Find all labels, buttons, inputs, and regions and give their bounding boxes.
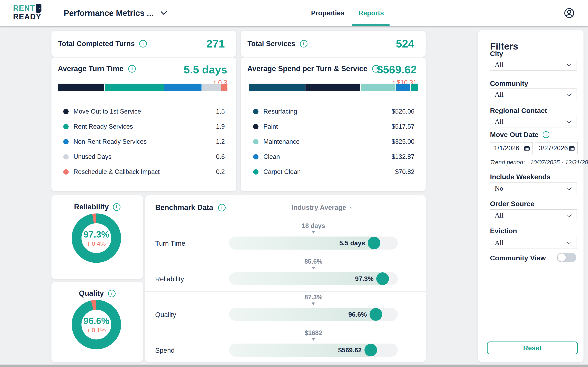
reliability-title: Reliability bbox=[74, 203, 109, 211]
benchmark-value-dot[interactable] bbox=[364, 344, 377, 356]
benchmark-title: Benchmark Data bbox=[155, 203, 213, 212]
average-spend-card: Average Spend per Turn & Servicei $569.6… bbox=[241, 58, 426, 191]
logo-text-ready: READY bbox=[13, 13, 42, 21]
total-services-title: Total Services bbox=[247, 40, 295, 48]
benchmark-target-marker bbox=[311, 267, 315, 269]
average-turn-time-card: Average Turn Timei 5.5 days ↑ 0.3 Move O… bbox=[52, 58, 236, 191]
legend-color-dot bbox=[253, 109, 259, 114]
legend-label: Resurfacing bbox=[263, 108, 297, 115]
legend-color-dot bbox=[63, 139, 69, 144]
total-completed-turns-title: Total Completed Turns bbox=[58, 40, 135, 48]
include-weekends-label: Include Weekends bbox=[490, 173, 550, 181]
toggle-knob bbox=[558, 253, 566, 262]
benchmark-value-dot[interactable] bbox=[370, 308, 382, 321]
info-icon[interactable]: i bbox=[543, 131, 549, 138]
benchmark-row: Spend$1682$569.62 bbox=[145, 327, 426, 363]
bar-segment bbox=[58, 83, 104, 91]
include-weekends-select[interactable]: No bbox=[490, 183, 577, 194]
tab-reports[interactable]: Reports bbox=[357, 0, 385, 26]
info-icon[interactable]: i bbox=[139, 40, 147, 48]
city-select[interactable]: All bbox=[490, 59, 577, 71]
legend-color-dot bbox=[253, 139, 259, 144]
date-from-input[interactable]: 1/1/2026 bbox=[490, 142, 533, 154]
benchmark-row: Turn Time18 days5.5 days bbox=[145, 220, 426, 256]
benchmark-card: Benchmark Datai Industry Average Turn Ti… bbox=[145, 195, 426, 362]
bar-segment bbox=[396, 83, 410, 91]
bar-segment bbox=[360, 83, 396, 91]
active-tab-indicator bbox=[352, 24, 389, 26]
horizontal-scrollbar[interactable] bbox=[0, 365, 588, 367]
average-turn-time-value: 5.5 days bbox=[184, 63, 227, 76]
community-label: Community bbox=[490, 80, 528, 87]
rent-ready-logo[interactable]: RENT READY bbox=[13, 4, 42, 21]
benchmark-track-area: $1682$569.62 bbox=[229, 327, 398, 363]
legend-label: Move Out to 1st Service bbox=[73, 108, 141, 115]
bar-segment bbox=[164, 83, 201, 91]
info-icon[interactable]: i bbox=[300, 40, 307, 48]
benchmark-header: Benchmark Datai Industry Average bbox=[145, 195, 426, 220]
order-source-select[interactable]: All bbox=[490, 209, 577, 221]
chevron-down-icon bbox=[567, 91, 571, 96]
bar-segment bbox=[104, 83, 164, 91]
legend-item: Non-Rent Ready Services1.2 bbox=[63, 134, 225, 149]
city-label: City bbox=[490, 50, 503, 58]
eviction-label: Eviction bbox=[490, 227, 517, 235]
quality-value: 96.6% bbox=[83, 316, 109, 326]
legend-item: Paint$517.57 bbox=[253, 119, 415, 134]
legend-color-dot bbox=[63, 109, 69, 114]
legend-label: Maintenance bbox=[263, 138, 300, 145]
date-to-input[interactable]: 3/27/2026 bbox=[535, 142, 578, 154]
average-spend-title: Average Spend per Turn & Service bbox=[247, 64, 367, 73]
legend-color-dot bbox=[253, 154, 259, 159]
bar-segment bbox=[249, 83, 305, 91]
community-select[interactable]: All bbox=[490, 89, 577, 100]
benchmark-metric-label: Turn Time bbox=[155, 240, 185, 247]
benchmark-track-area: 85.6%97.3% bbox=[229, 256, 398, 291]
average-turn-time-title: Average Turn Time bbox=[58, 64, 123, 73]
legend-item: Maintenance$325.00 bbox=[253, 134, 415, 149]
account-icon[interactable] bbox=[564, 8, 575, 18]
tab-properties[interactable]: Properties bbox=[310, 0, 345, 26]
order-source-value: All bbox=[495, 211, 503, 219]
regional-contact-select[interactable]: All bbox=[490, 116, 577, 127]
legend-value: $70.82 bbox=[395, 168, 415, 175]
date-to-value: 3/27/2026 bbox=[539, 144, 568, 152]
calendar-icon[interactable] bbox=[569, 145, 575, 151]
benchmark-value-dot[interactable] bbox=[368, 237, 380, 249]
average-spend-value: $569.62 bbox=[377, 63, 417, 76]
info-icon[interactable]: i bbox=[108, 290, 116, 297]
benchmark-track-area: 18 days5.5 days bbox=[229, 220, 398, 256]
logo-text-rent: RENT bbox=[13, 4, 35, 12]
chevron-down-icon bbox=[567, 185, 571, 190]
legend-value: 0.6 bbox=[216, 153, 225, 160]
legend-value: 1.5 bbox=[216, 108, 225, 115]
legend-label: Unused Days bbox=[73, 153, 112, 160]
benchmark-rows: Turn Time18 days5.5 daysReliability85.6%… bbox=[145, 220, 426, 363]
legend-item: Rent Ready Services1.9 bbox=[63, 119, 225, 134]
legend-item: Unused Days0.6 bbox=[63, 149, 225, 164]
filters-panel: Filters City All Community All Regional … bbox=[478, 30, 584, 362]
info-icon[interactable]: i bbox=[128, 65, 136, 73]
turn-time-legend: Move Out to 1st Service1.5Rent Ready Ser… bbox=[63, 104, 225, 179]
legend-color-dot bbox=[63, 169, 69, 175]
calendar-icon[interactable] bbox=[524, 145, 530, 151]
info-icon[interactable]: i bbox=[113, 203, 121, 211]
reset-button[interactable]: Reset bbox=[487, 342, 578, 354]
eviction-select[interactable]: All bbox=[490, 237, 577, 249]
benchmark-value-dot[interactable] bbox=[376, 272, 389, 285]
report-selector-dropdown[interactable]: Performance Metrics ... bbox=[64, 0, 167, 26]
benchmark-target-marker bbox=[311, 231, 315, 234]
benchmark-source-dropdown[interactable]: Industry Average bbox=[279, 195, 365, 220]
community-view-toggle[interactable] bbox=[557, 253, 576, 262]
benchmark-value-label: $569.62 bbox=[338, 343, 362, 357]
include-weekends-value: No bbox=[495, 184, 503, 192]
chevron-down-icon bbox=[567, 118, 571, 123]
report-title: Performance Metrics ... bbox=[64, 8, 154, 18]
info-icon[interactable]: i bbox=[218, 204, 226, 211]
legend-label: Reschedule & Callback Impact bbox=[73, 168, 160, 175]
legend-value: $132.87 bbox=[392, 153, 415, 160]
quality-title: Quality bbox=[79, 289, 104, 298]
legend-label: Carpet Clean bbox=[263, 168, 301, 175]
benchmark-value-label: 5.5 days bbox=[339, 236, 365, 250]
date-from-value: 1/1/2026 bbox=[494, 144, 519, 152]
